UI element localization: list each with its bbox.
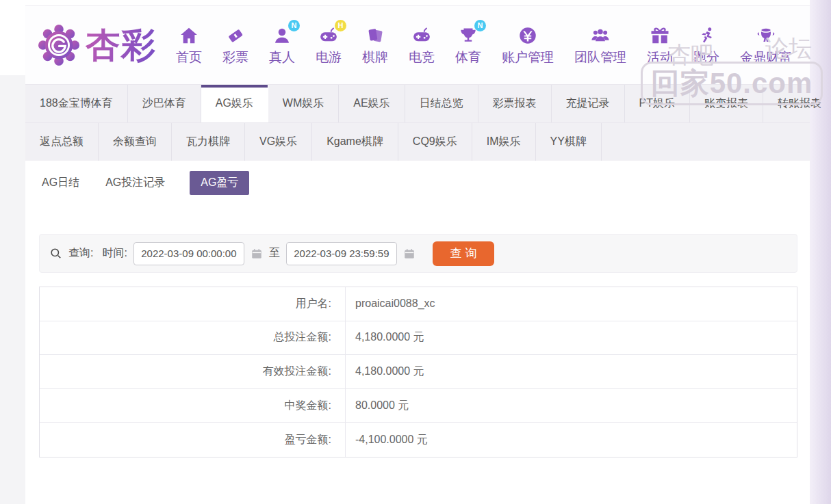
tab-deposit-records[interactable]: 充提记录	[552, 85, 625, 122]
calendar-from-icon[interactable]	[251, 248, 263, 260]
tab-rebate-total[interactable]: 返点总额	[25, 123, 99, 161]
coin-yuan-icon	[517, 25, 539, 47]
search-icon	[49, 247, 62, 260]
gift-icon	[649, 25, 671, 47]
subtabs: AG日结AG投注记录AG盈亏	[40, 170, 810, 195]
query-button[interactable]: 查 询	[433, 241, 494, 266]
nav-item-label: 真人	[269, 49, 295, 66]
nav-item-label: 活动	[647, 49, 673, 66]
nav-item-team[interactable]: 团队管理	[574, 25, 626, 66]
tab-jbb188-sports[interactable]: 188金宝博体育	[25, 85, 128, 122]
report-table: 用户名: proaicai0088_xc 总投注金额: 4,180.0000 元…	[39, 287, 797, 457]
main-container: 杏彩 首页 彩票 N 真人 H 电游 棋牌 电竞 N 体育 账户管理 团队管理 …	[25, 5, 810, 457]
esports-gamepad-icon	[411, 25, 433, 47]
page-left-margin	[0, 75, 25, 504]
range-separator: 至	[269, 246, 280, 261]
nav-item-home[interactable]: 首页	[176, 25, 202, 66]
calendar-to-icon[interactable]	[403, 248, 416, 260]
table-row: 盈亏金额: -4,100.0000 元	[40, 423, 797, 457]
nav-item-label: 棋牌	[362, 49, 388, 66]
table-row: 有效投注金额: 4,180.0000 元	[40, 355, 797, 389]
tab-cq9[interactable]: CQ9娱乐	[398, 123, 472, 161]
tab-wali-board[interactable]: 瓦力棋牌	[172, 123, 245, 161]
nav-item-label: 首页	[176, 49, 202, 66]
table-row: 用户名: proaicai0088_xc	[40, 287, 797, 321]
ticket-icon	[225, 25, 246, 47]
badge-h: H	[335, 20, 346, 31]
nav-item-egame[interactable]: H 电游	[316, 25, 342, 66]
team-icon	[589, 25, 611, 47]
row-value: -4,100.0000 元	[346, 423, 797, 457]
tab-lottery-report[interactable]: 彩票报表	[478, 85, 552, 122]
row-label: 中奖金额:	[40, 389, 346, 423]
subtab-ag-profit[interactable]: AG盈亏	[190, 171, 249, 195]
tab-daily-summary[interactable]: 日结总览	[405, 85, 478, 122]
row-value: 4,180.0000 元	[346, 355, 797, 388]
search-bar: 查询: 时间: 至 查 询	[39, 234, 797, 273]
tab-im[interactable]: IM娱乐	[472, 123, 536, 161]
badge-n: N	[474, 20, 486, 31]
tab-change-report[interactable]: 账变报表	[690, 85, 763, 122]
scrollbar-track[interactable]	[810, 0, 831, 504]
nav-item-esports[interactable]: 电竞	[409, 25, 435, 66]
row-label: 有效投注金额:	[40, 355, 346, 388]
table-row: 总投注金额: 4,180.0000 元	[40, 321, 797, 356]
date-from-input[interactable]	[133, 242, 244, 265]
tab-kgame[interactable]: Kgame棋牌	[312, 123, 398, 161]
trophy-icon: N	[457, 25, 479, 47]
row-value: 80.0000 元	[346, 389, 797, 423]
tab-balance-query[interactable]: 余额查询	[99, 123, 172, 161]
tab-shaba-sports[interactable]: 沙巴体育	[128, 85, 201, 122]
tab-ae[interactable]: AE娱乐	[339, 85, 405, 122]
tab-transfer-report[interactable]: 转账报表	[763, 85, 831, 122]
badge-n: N	[288, 20, 300, 31]
home-icon	[178, 25, 200, 47]
row-label: 盈亏金额:	[40, 423, 346, 457]
header: 杏彩 首页 彩票 N 真人 H 电游 棋牌 电竞 N 体育 账户管理 团队管理 …	[25, 6, 810, 84]
nav-item-board[interactable]: 棋牌	[362, 25, 388, 66]
nav-item-label: 跑分	[693, 49, 719, 66]
row-label: 用户名:	[40, 287, 346, 321]
nav-item-sports[interactable]: N 体育	[455, 25, 481, 66]
nav-item-activity[interactable]: 活动	[647, 25, 673, 66]
subtab-ag-daily[interactable]: AG日结	[40, 171, 81, 195]
row-value: 4,180.0000 元	[346, 321, 797, 355]
cards-icon	[364, 25, 386, 47]
nav-item-account[interactable]: 账户管理	[502, 25, 554, 66]
ding-trophy-icon	[755, 25, 777, 47]
nav-item-label: 体育	[455, 49, 481, 66]
nav-item-lottery[interactable]: 彩票	[222, 25, 248, 66]
gamepad-icon: H	[318, 25, 340, 47]
row-label: 总投注金额:	[40, 321, 346, 355]
nav-item-label: 账户管理	[502, 49, 554, 66]
brand-logo[interactable]: 杏彩	[38, 23, 157, 68]
time-label: 时间:	[102, 246, 127, 261]
tab-wm[interactable]: WM娱乐	[268, 85, 339, 122]
date-to-input[interactable]	[286, 242, 397, 265]
nav-item-label: 电竞	[409, 49, 435, 66]
nav-item-paofen[interactable]: 跑分	[693, 25, 719, 66]
primary-nav: 首页 彩票 N 真人 H 电游 棋牌 电竞 N 体育 账户管理 团队管理 活动 …	[176, 25, 792, 66]
nav-item-label: 彩票	[222, 49, 248, 66]
tab-pt[interactable]: PT娱乐	[625, 85, 690, 122]
runner-icon	[695, 25, 717, 47]
nav-item-label: 团队管理	[574, 49, 626, 66]
row-value: proaicai0088_xc	[346, 287, 797, 321]
nav-item-wealth[interactable]: 金鼎财富	[740, 25, 792, 66]
nav-item-label: 电游	[316, 49, 342, 66]
tabs-row-2: 返点总额余额查询瓦力棋牌VG娱乐Kgame棋牌CQ9娱乐IM娱乐YY棋牌	[25, 122, 810, 161]
tab-ag[interactable]: AG娱乐	[201, 85, 268, 122]
table-row: 中奖金额: 80.0000 元	[40, 389, 797, 423]
nav-item-label: 金鼎财富	[740, 49, 792, 66]
nav-item-live[interactable]: N 真人	[269, 25, 295, 66]
search-section-label: 查询:	[68, 246, 93, 261]
tab-vg[interactable]: VG娱乐	[245, 123, 312, 161]
tabs-row-1: 188金宝博体育沙巴体育AG娱乐WM娱乐AE娱乐日结总览彩票报表充提记录PT娱乐…	[25, 84, 810, 122]
subtab-ag-bet-records[interactable]: AG投注记录	[104, 171, 166, 195]
brand-flower-icon	[38, 24, 80, 66]
live-person-icon: N	[271, 25, 293, 47]
tab-yy[interactable]: YY棋牌	[536, 123, 602, 161]
brand-name: 杏彩	[86, 23, 157, 68]
